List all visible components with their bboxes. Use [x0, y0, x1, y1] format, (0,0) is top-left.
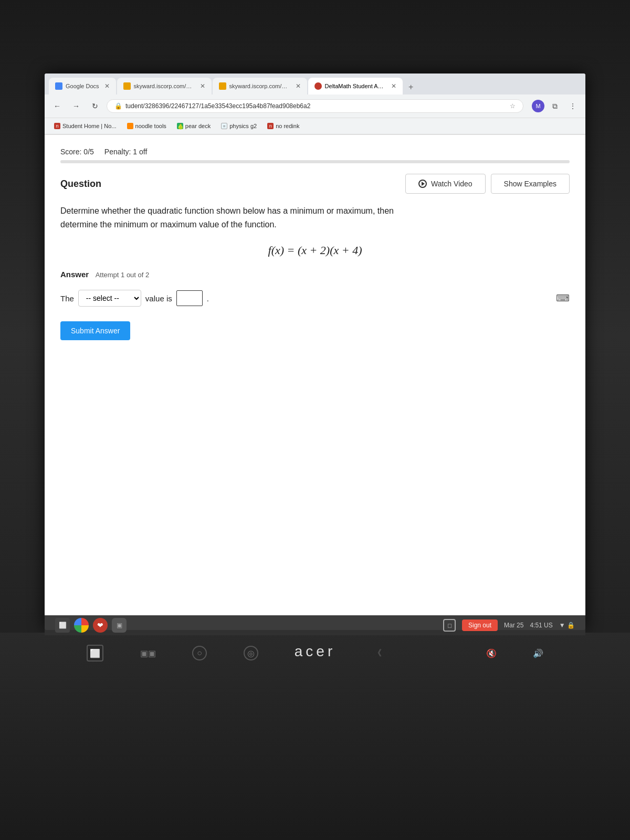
sign-out-button[interactable]: Sign out	[462, 620, 498, 631]
play-triangle-icon	[422, 182, 425, 186]
volume-mute-icon[interactable]: 🔇	[486, 648, 497, 658]
bookmark-student-home-label: Student Home | No...	[62, 123, 117, 129]
menu-button[interactable]: ⋮	[565, 99, 580, 113]
new-tab-button[interactable]: +	[404, 80, 418, 94]
bookmark-star-icon[interactable]: ☆	[510, 102, 516, 110]
the-label: The	[60, 294, 74, 303]
extensions-button[interactable]: ⧉	[548, 99, 562, 113]
tab-bar: Google Docs ✕ skyward.iscorp.com/scrip..…	[45, 74, 585, 94]
tab-deltamath-close[interactable]: ✕	[391, 82, 396, 90]
taskbar-right: ◻ Sign out Mar 25 4:51 US ▼ 🔒	[443, 619, 575, 632]
tab-google-docs[interactable]: Google Docs ✕	[49, 78, 116, 94]
show-examples-label: Show Examples	[504, 180, 556, 188]
bottom-dual-display-icon[interactable]: ▣▣	[140, 648, 156, 658]
score-progress-bar	[60, 160, 570, 163]
browser-screen: Google Docs ✕ skyward.iscorp.com/scrip..…	[45, 74, 585, 630]
address-field[interactable]: 🔒 tudent/3286396/22467127/1a5e33543ecc19…	[107, 99, 523, 113]
back-button[interactable]: ←	[50, 99, 65, 113]
laptop-bottom: acer ⬜ ▣▣ ○ ◎ 《 🔇 🔊	[0, 633, 630, 840]
forward-button[interactable]: →	[69, 99, 83, 113]
tab-google-docs-close[interactable]: ✕	[104, 82, 110, 90]
question-actions: Watch Video Show Examples	[405, 174, 570, 194]
bottom-target-icon[interactable]: ◎	[244, 646, 258, 660]
taskbar-screen-icon[interactable]: ◻	[443, 619, 456, 632]
bookmark-physics-g2[interactable]: = physics g2	[217, 121, 261, 131]
submit-section: Submit Answer	[60, 321, 570, 340]
answer-row: The -- select -- minimum maximum value i…	[60, 290, 570, 307]
play-circle-icon	[418, 180, 427, 188]
bottom-circle-icon[interactable]: ○	[192, 646, 207, 660]
address-text: tudent/3286396/22467127/1a5e33543ecc195a…	[125, 102, 310, 110]
watch-video-label: Watch Video	[431, 180, 472, 188]
student-home-icon: n	[54, 123, 60, 129]
tab-skyward1[interactable]: skyward.iscorp.com/scrip... ✕	[117, 78, 212, 94]
attempt-label: Attempt 1 out of 2	[96, 271, 150, 279]
tab-skyward2-label: skyward.iscorp.com/scrip...	[229, 83, 290, 89]
taskbar-gray-icon[interactable]: ▣	[112, 618, 127, 633]
page-content: Score: 0/5 Penalty: 1 off Question Watch…	[45, 135, 585, 630]
taskbar-left: ⬜ ❤ ▣	[55, 618, 127, 633]
question-text-line1: Determine whether the quadratic function…	[60, 204, 570, 218]
bookmark-no-redink[interactable]: n no redink	[263, 121, 303, 131]
profile-button[interactable]: M	[532, 100, 544, 112]
skyward2-favicon	[219, 82, 226, 90]
tab-skyward2-close[interactable]: ✕	[296, 82, 301, 90]
browser-actions: M ⧉ ⋮	[532, 99, 580, 113]
tab-skyward1-close[interactable]: ✕	[200, 82, 205, 90]
answer-type-dropdown[interactable]: -- select -- minimum maximum	[78, 290, 141, 307]
tab-deltamath[interactable]: DeltaMath Student Applic... ✕	[308, 78, 403, 94]
noodle-tools-icon	[127, 123, 133, 129]
score-line: Score: 0/5 Penalty: 1 off	[60, 148, 570, 156]
answer-value-input[interactable]	[176, 290, 203, 306]
keyboard-icon[interactable]: ⌨	[556, 292, 570, 304]
bookmarks-bar: n Student Home | No... noodle tools 🍐 pe…	[45, 118, 585, 134]
wifi-icon: ▼ 🔒	[559, 622, 575, 629]
taskbar-time: 4:51 US	[530, 622, 552, 629]
bookmark-pear-deck-label: pear deck	[185, 123, 211, 129]
taskbar-red-icon[interactable]: ❤	[93, 618, 108, 633]
show-examples-button[interactable]: Show Examples	[491, 174, 570, 194]
bookmark-pear-deck[interactable]: 🍐 pear deck	[173, 121, 215, 131]
period: .	[207, 294, 209, 303]
question-header: Question Watch Video Show Examples	[60, 174, 570, 194]
bookmark-noodle-tools[interactable]: noodle tools	[123, 121, 171, 131]
submit-answer-button[interactable]: Submit Answer	[60, 321, 130, 340]
tab-google-docs-label: Google Docs	[66, 83, 99, 89]
question-label: Question	[60, 178, 101, 190]
taskbar-date: Mar 25	[504, 622, 523, 629]
score-section: Score: 0/5 Penalty: 1 off	[60, 148, 570, 163]
math-formula: f(x) = (x + 2)(x + 4)	[60, 244, 570, 257]
answer-section: Answer Attempt 1 out of 2 The -- select …	[60, 270, 570, 307]
refresh-button[interactable]: ↻	[88, 99, 102, 113]
watch-video-button[interactable]: Watch Video	[405, 174, 486, 194]
answer-header: Answer Attempt 1 out of 2	[60, 270, 570, 279]
tab-skyward2[interactable]: skyward.iscorp.com/scrip... ✕	[213, 78, 307, 94]
skyward1-favicon	[123, 82, 131, 90]
sign-out-label: Sign out	[468, 622, 491, 629]
taskbar-chrome-icon[interactable]	[74, 618, 89, 633]
taskbar: ⬜ ❤ ▣ ◻ Sign out Mar 25 4:51 US ▼ 🔒	[45, 615, 585, 635]
penalty-label: Penalty: 1 off	[104, 148, 147, 156]
bottom-back-icon[interactable]: 《	[373, 648, 382, 659]
submit-answer-label: Submit Answer	[71, 327, 120, 335]
tab-skyward1-label: skyward.iscorp.com/scrip...	[134, 83, 195, 89]
answer-label: Answer	[60, 270, 89, 279]
bookmark-noodle-tools-label: noodle tools	[135, 123, 166, 129]
google-docs-favicon	[55, 82, 62, 90]
bottom-left-icon[interactable]: ⬜	[87, 645, 103, 662]
laptop-body: Google Docs ✕ skyward.iscorp.com/scrip..…	[0, 0, 630, 840]
bookmark-physics-g2-label: physics g2	[229, 123, 257, 129]
pear-deck-icon: 🍐	[177, 123, 183, 129]
deltamath-favicon	[314, 82, 322, 90]
tab-deltamath-label: DeltaMath Student Applic...	[325, 83, 386, 89]
volume-up-icon[interactable]: 🔊	[533, 648, 543, 658]
physics-icon: =	[221, 123, 227, 129]
bookmark-student-home[interactable]: n Student Home | No...	[50, 121, 121, 131]
taskbar-display-icon[interactable]: ⬜	[55, 618, 70, 633]
score-label: Score: 0/5	[60, 148, 94, 156]
address-bar-row: ← → ↻ 🔒 tudent/3286396/22467127/1a5e3354…	[45, 94, 585, 118]
browser-chrome: Google Docs ✕ skyward.iscorp.com/scrip..…	[45, 74, 585, 135]
value-is-label: value is	[145, 294, 172, 303]
question-text-line2: determine the minimum or maximum value o…	[60, 218, 570, 232]
question-text: Determine whether the quadratic function…	[60, 204, 570, 231]
